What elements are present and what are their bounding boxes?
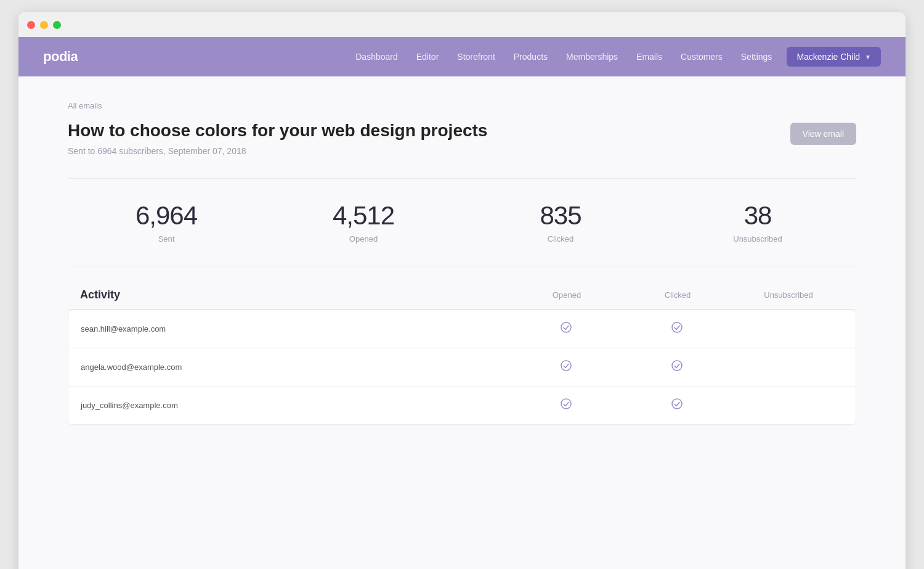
user-menu-button[interactable]: Mackenzie Child ▼ <box>787 47 881 67</box>
table-row: sean.hill@example.com <box>68 310 856 348</box>
view-email-button[interactable]: View email <box>790 123 856 145</box>
clicked-cell-1 <box>622 321 732 337</box>
activity-header: Activity Opened Clicked Unsubscribed <box>68 289 856 309</box>
opened-cell-3 <box>511 398 622 413</box>
nav-item-emails[interactable]: Emails <box>636 51 662 62</box>
chevron-down-icon: ▼ <box>865 54 871 60</box>
app-window: podia Dashboard Editor Storefront Produc… <box>18 12 906 569</box>
check-circle-icon <box>560 324 572 336</box>
stat-clicked-number: 835 <box>462 201 659 231</box>
svg-point-2 <box>561 361 571 370</box>
activity-title: Activity <box>80 289 511 301</box>
stat-sent-number: 6,964 <box>68 201 265 231</box>
page-header: How to choose colors for your web design… <box>68 120 856 156</box>
page-title-block: How to choose colors for your web design… <box>68 120 487 156</box>
main-content: All emails How to choose colors for your… <box>18 76 906 569</box>
email-cell: judy_collins@example.com <box>81 401 511 410</box>
nav-item-editor[interactable]: Editor <box>416 51 439 62</box>
check-circle-icon <box>671 324 683 336</box>
stat-unsubscribed-number: 38 <box>659 201 856 231</box>
opened-cell-2 <box>511 359 622 375</box>
stats-row: 6,964 Sent 4,512 Opened 835 Clicked 38 U… <box>68 201 856 244</box>
minimize-dot[interactable] <box>40 21 48 29</box>
check-circle-icon <box>671 400 683 412</box>
clicked-cell-2 <box>622 359 732 375</box>
col-header-opened: Opened <box>511 290 622 300</box>
col-header-unsubscribed: Unsubscribed <box>733 290 844 300</box>
activity-section: Activity Opened Clicked Unsubscribed sea… <box>68 289 856 425</box>
close-dot[interactable] <box>27 21 35 29</box>
stat-clicked-label: Clicked <box>462 234 659 244</box>
table-row: angela.wood@example.com <box>68 348 856 387</box>
page-title: How to choose colors for your web design… <box>68 120 487 141</box>
divider-2 <box>68 266 856 266</box>
stat-unsubscribed: 38 Unsubscribed <box>659 201 856 244</box>
stat-opened: 4,512 Opened <box>265 201 462 244</box>
stat-unsubscribed-label: Unsubscribed <box>659 234 856 244</box>
table-row: judy_collins@example.com <box>68 387 856 425</box>
titlebar <box>18 12 906 37</box>
maximize-dot[interactable] <box>53 21 61 29</box>
svg-point-5 <box>672 399 682 409</box>
check-circle-icon <box>671 362 683 374</box>
breadcrumb[interactable]: All emails <box>68 101 856 110</box>
nav-item-customers[interactable]: Customers <box>681 51 723 62</box>
user-name: Mackenzie Child <box>796 52 860 62</box>
stat-opened-label: Opened <box>265 234 462 244</box>
divider-1 <box>68 178 856 179</box>
stat-opened-number: 4,512 <box>265 201 462 231</box>
stat-sent: 6,964 Sent <box>68 201 265 244</box>
activity-table: sean.hill@example.com angela.wood@exampl… <box>68 309 856 425</box>
nav-item-storefront[interactable]: Storefront <box>457 51 495 62</box>
stat-sent-label: Sent <box>68 234 265 244</box>
col-header-clicked: Clicked <box>622 290 733 300</box>
opened-cell-1 <box>511 321 622 337</box>
clicked-cell-3 <box>622 398 732 413</box>
nav-item-products[interactable]: Products <box>514 51 548 62</box>
svg-point-3 <box>672 361 682 370</box>
nav-item-settings[interactable]: Settings <box>741 51 772 62</box>
nav-item-memberships[interactable]: Memberships <box>566 51 618 62</box>
email-cell: sean.hill@example.com <box>81 324 511 334</box>
nav-links: Dashboard Editor Storefront Products Mem… <box>355 51 772 62</box>
nav-item-dashboard[interactable]: Dashboard <box>355 51 398 62</box>
stat-clicked: 835 Clicked <box>462 201 659 244</box>
page-subtitle: Sent to 6964 subscribers, September 07, … <box>68 146 487 156</box>
email-cell: angela.wood@example.com <box>81 362 511 372</box>
check-circle-icon <box>560 400 572 412</box>
svg-point-4 <box>561 399 571 409</box>
svg-point-1 <box>672 322 682 332</box>
svg-point-0 <box>561 322 571 332</box>
logo: podia <box>43 49 78 65</box>
check-circle-icon <box>560 362 572 374</box>
navbar: podia Dashboard Editor Storefront Produc… <box>18 37 906 76</box>
